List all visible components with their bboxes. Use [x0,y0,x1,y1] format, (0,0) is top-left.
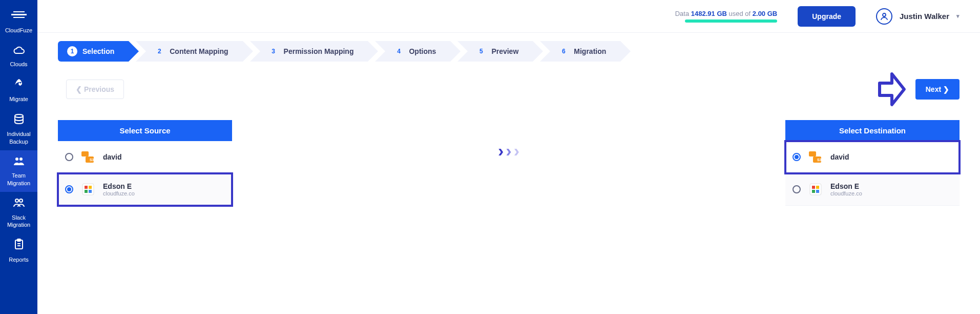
svg-point-8 [19,199,23,202]
previous-label: Previous [84,85,114,93]
step-migration[interactable]: 6 Migration [540,41,620,62]
step-selection[interactable]: 1 Selection [58,41,129,62]
svg-point-4 [15,114,23,117]
step-label: Selection [82,47,114,55]
item-name: Edson E [103,182,135,190]
svg-rect-19 [89,190,92,193]
svg-rect-26 [812,190,815,193]
sidebar-label: Individual Backup [1,130,36,145]
destination-item-edson[interactable]: Edson E cloudfuze.co [785,173,960,206]
step-label: Permission Mapping [284,47,354,55]
sidebar-item-individual-backup[interactable]: Individual Backup [0,108,37,150]
step-number: 3 [268,46,279,56]
svg-point-5 [15,158,18,161]
source-panel-header: Select Source [58,120,232,141]
step-preview[interactable]: 5 Preview [457,41,533,62]
step-label: Migration [574,47,606,55]
svg-rect-18 [85,190,88,193]
callout-arrow-icon [878,71,906,108]
chevron-right-icon: › [498,141,504,161]
google-workspace-icon [80,182,96,197]
step-number: 6 [558,46,569,56]
svg-rect-27 [816,190,819,193]
previous-button[interactable]: ❮ Previous [66,80,124,99]
radio-checked[interactable] [793,153,801,161]
selection-panels: Select Source S3 david [58,120,960,206]
sidebar-item-reports[interactable]: Reports [0,233,37,268]
step-options[interactable]: 4 Options [375,41,450,62]
direction-indicator: › › › [232,120,785,161]
sidebar-label: Migrate [9,95,28,103]
svg-rect-24 [812,186,815,189]
svg-rect-23 [810,184,821,195]
step-label: Content Mapping [170,47,228,55]
aws-s3-icon: S3 [80,149,96,165]
step-permission-mapping[interactable]: 3 Permission Mapping [250,41,368,62]
svg-rect-0 [11,14,27,15]
svg-rect-15 [82,184,94,195]
svg-rect-17 [89,186,92,189]
destination-list: S3 david Edson E cloudfuze.co [785,141,960,206]
sidebar-item-brand[interactable]: CloudFuze [0,4,37,39]
svg-point-6 [19,158,23,161]
data-total-value: 2.00 GB [753,10,777,17]
data-usage: Data 1482.91 GB used of 2.00 GB [675,10,777,23]
main-area: Data 1482.91 GB used of 2.00 GB Upgrade … [37,0,980,314]
destination-item-david[interactable]: S3 david [785,141,960,173]
sidebar-label: CloudFuze [5,27,32,34]
svg-rect-12 [81,151,89,156]
data-used-value: 1482.91 GB [691,10,727,17]
step-number: 1 [67,46,77,56]
step-content-mapping[interactable]: 2 Content Mapping [136,41,242,62]
sidebar-item-slack-migration[interactable]: Slack Migration [0,192,37,233]
database-icon [13,113,25,129]
sidebar-label: Clouds [10,61,27,68]
destination-panel: Select Destination S3 david [785,120,960,206]
upgrade-button[interactable]: Upgrade [798,6,856,27]
sidebar-item-migrate[interactable]: Migrate [0,73,37,108]
step-number: 2 [154,46,164,56]
step-label: Preview [491,47,518,55]
radio-unchecked[interactable] [793,185,801,193]
nav-row: ❮ Previous Next ❯ [58,71,960,108]
svg-point-3 [19,82,21,83]
svg-text:S3: S3 [90,158,94,162]
svg-rect-25 [816,186,819,189]
sidebar-label: Team Migration [1,172,36,187]
user-name: Justin Walker [900,12,949,21]
sidebar-label: Reports [9,256,29,263]
source-item-edson[interactable]: Edson E cloudfuze.co [58,173,232,206]
next-label: Next [926,85,941,93]
clipboard-icon [14,239,24,254]
wizard-stepper: 1 Selection 2 Content Mapping 3 Permissi… [58,41,960,62]
radio-checked[interactable] [65,185,73,193]
sidebar-label: Slack Migration [1,214,36,229]
item-name: david [103,153,122,161]
chevron-right-icon: › [514,141,519,161]
svg-rect-20 [809,151,816,156]
next-button[interactable]: Next ❯ [915,79,960,100]
brand-logo-icon [11,9,27,25]
team-icon [13,155,25,170]
topbar: Data 1482.91 GB used of 2.00 GB Upgrade … [37,0,980,33]
chevron-down-icon: ▾ [956,13,960,19]
sidebar-item-clouds[interactable]: Clouds [0,39,37,73]
item-sub: cloudfuze.co [830,190,862,197]
user-avatar-icon [876,8,892,25]
step-number: 5 [476,46,486,56]
sidebar-item-team-migration[interactable]: Team Migration [0,150,37,192]
item-name: david [830,153,849,161]
source-item-david[interactable]: S3 david [58,141,232,173]
data-usage-bar [685,19,777,23]
svg-text:S3: S3 [817,158,822,162]
cloud-icon [13,44,25,59]
data-mid: used of [727,10,753,17]
user-menu[interactable]: Justin Walker ▾ [876,8,960,25]
svg-rect-2 [13,17,25,18]
rocket-icon [13,78,25,94]
radio-unchecked[interactable] [65,153,73,161]
data-prefix: Data [675,10,691,17]
chevron-right-icon: ❯ [943,85,949,93]
slack-team-icon [13,197,25,212]
content: 1 Selection 2 Content Mapping 3 Permissi… [37,33,980,314]
